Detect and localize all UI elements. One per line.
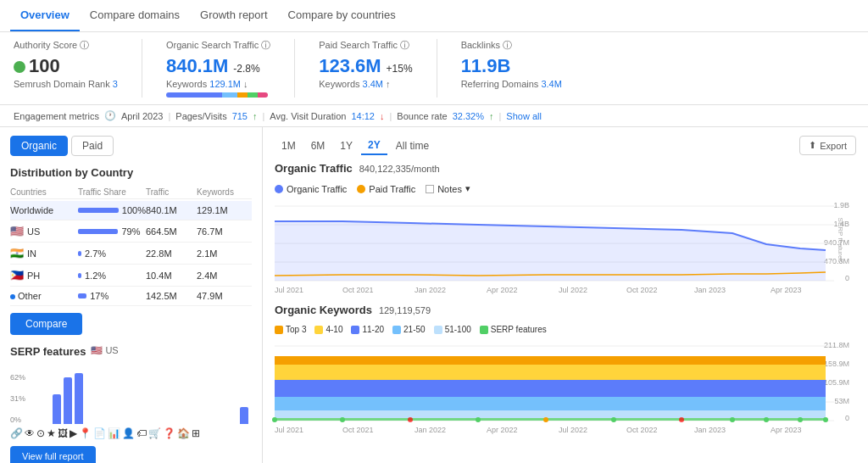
divider-3 bbox=[437, 39, 437, 98]
organic-traffic-block: Organic Search Traffic ⓘ 840.1M -2.8% Ke… bbox=[166, 39, 270, 98]
keywords-legend: Top 3 4-10 11-20 21-50 51-100 bbox=[275, 325, 856, 334]
svg-text:940.7M: 940.7M bbox=[824, 238, 849, 247]
serp-icon-video: ▶ bbox=[70, 427, 77, 439]
serp-icon-home: 🏠 bbox=[177, 427, 190, 439]
country-name: Worldwide bbox=[10, 205, 78, 215]
time-btn-2y[interactable]: 2Y bbox=[361, 137, 387, 155]
table-row[interactable]: 🇺🇸US 79% 664.5M 76.7M bbox=[10, 220, 252, 243]
color-bar bbox=[166, 92, 268, 98]
traffic-value: 840.1M bbox=[146, 205, 197, 215]
time-btn-all-time[interactable]: All time bbox=[389, 137, 436, 155]
paid-traffic-block: Paid Search Traffic ⓘ 123.6M +15% Keywor… bbox=[319, 39, 412, 89]
engagement-bar: Engagement metrics 🕐 April 2023 | Pages/… bbox=[0, 105, 868, 127]
bounce-rate-label: Bounce rate bbox=[397, 111, 447, 121]
time-btn-1m[interactable]: 1M bbox=[275, 137, 303, 155]
svg-point-39 bbox=[476, 417, 481, 422]
kl-51-100: 51-100 bbox=[434, 325, 471, 334]
keywords-value: 129.1M bbox=[197, 205, 248, 215]
traffic-share-pct: 2.7% bbox=[85, 248, 106, 259]
serp-icon-link: 🔗 bbox=[10, 427, 23, 439]
traffic-share-cell: 17% bbox=[78, 291, 146, 301]
show-all-link[interactable]: Show all bbox=[506, 111, 542, 121]
svg-text:Jul 2021: Jul 2021 bbox=[275, 286, 303, 294]
kl-serp: SERP features bbox=[480, 325, 547, 334]
svg-text:Jul 2022: Jul 2022 bbox=[559, 426, 587, 434]
tab-organic[interactable]: Organic bbox=[10, 136, 68, 156]
time-btn-1y[interactable]: 1Y bbox=[333, 137, 359, 155]
legend-notes: Notes ▾ bbox=[426, 183, 470, 194]
serp-y-62: 62% bbox=[10, 373, 25, 382]
export-icon: ⬆ bbox=[809, 140, 816, 151]
mini-bar bbox=[78, 229, 118, 234]
table-row[interactable]: Worldwide 100% 840.1M 129.1M bbox=[10, 201, 252, 220]
table-row[interactable]: 🇮🇳IN 2.7% 22.8M 2.1M bbox=[10, 243, 252, 265]
table-row[interactable]: Other 17% 142.5M 47.9M bbox=[10, 287, 252, 306]
distribution-table: Worldwide 100% 840.1M 129.1M 🇺🇸US 79% 66… bbox=[10, 201, 252, 306]
organic-keywords-title: Organic Keywords bbox=[275, 304, 372, 316]
svg-marker-35 bbox=[275, 356, 826, 365]
nav-compare-countries[interactable]: Compare by countries bbox=[278, 0, 406, 31]
nav-compare-domains[interactable]: Compare domains bbox=[80, 0, 190, 31]
serp-bar bbox=[75, 373, 83, 424]
organic-traffic-chart-container: Organic Traffic 840,122,335/month Organi… bbox=[275, 162, 856, 293]
serp-icon-doc: 📄 bbox=[93, 427, 106, 439]
svg-text:Apr 2022: Apr 2022 bbox=[487, 286, 518, 294]
time-btn-6m[interactable]: 6M bbox=[304, 137, 332, 155]
backlinks-value: 11.9B bbox=[461, 55, 562, 77]
keywords-value: 47.9M bbox=[197, 291, 248, 301]
paid-traffic-keywords: Keywords 3.4M ↑ bbox=[319, 79, 412, 89]
authority-score-sub: Semrush Domain Rank 3 bbox=[14, 79, 118, 89]
svg-text:158.9M: 158.9M bbox=[824, 360, 849, 368]
organic-traffic-label: Organic Search Traffic ⓘ bbox=[166, 39, 270, 52]
serp-icon-chart: 📊 bbox=[108, 427, 120, 439]
organic-keywords-svg: 211.8M 158.9M 105.9M 53M 0 bbox=[275, 337, 851, 431]
svg-text:1.9B: 1.9B bbox=[833, 201, 849, 209]
tab-paid[interactable]: Paid bbox=[71, 136, 114, 156]
authority-score-value: 100 bbox=[14, 55, 118, 77]
compare-button[interactable]: Compare bbox=[10, 313, 82, 335]
serp-icon-shop: 🛒 bbox=[148, 427, 161, 439]
svg-text:53M: 53M bbox=[834, 397, 849, 405]
time-controls: 1M6M1Y2YAll time ⬆ Export bbox=[275, 136, 856, 155]
svg-point-36 bbox=[272, 417, 277, 422]
engagement-date: April 2023 bbox=[121, 111, 164, 121]
traffic-share-pct: 79% bbox=[121, 226, 140, 237]
traffic-share-cell: 100% bbox=[78, 205, 146, 215]
nav-growth-report[interactable]: Growth report bbox=[190, 0, 277, 31]
legend-paid: Paid Traffic bbox=[357, 184, 415, 194]
svg-point-44 bbox=[764, 417, 769, 422]
svg-text:105.9M: 105.9M bbox=[824, 378, 849, 387]
svg-text:0: 0 bbox=[845, 274, 849, 282]
traffic-value: 142.5M bbox=[146, 291, 197, 301]
paid-traffic-change: +15% bbox=[387, 63, 413, 75]
traffic-share-cell: 1.2% bbox=[78, 271, 146, 281]
green-dot-icon bbox=[14, 61, 25, 73]
svg-text:Jan 2022: Jan 2022 bbox=[415, 426, 446, 434]
traffic-share-cell: 79% bbox=[78, 226, 146, 237]
legend-organic-dot bbox=[275, 185, 283, 193]
nav-overview[interactable]: Overview bbox=[10, 0, 80, 31]
view-full-report-button[interactable]: View full report bbox=[10, 446, 96, 463]
country-name: 🇵🇭PH bbox=[10, 269, 78, 282]
pages-visits-label: Pages/Visits bbox=[175, 111, 226, 121]
svg-text:Apr 2022: Apr 2022 bbox=[487, 426, 518, 434]
serp-bar bbox=[64, 377, 72, 424]
traffic-share-pct: 100% bbox=[122, 205, 146, 215]
organic-traffic-keywords: Keywords 129.1M ↓ bbox=[166, 79, 270, 89]
col-traffic-share: Traffic Share bbox=[78, 187, 146, 197]
legend-organic: Organic Traffic bbox=[275, 184, 347, 194]
svg-point-40 bbox=[543, 417, 548, 422]
table-row[interactable]: 🇵🇭PH 1.2% 10.4M 2.4M bbox=[10, 265, 252, 287]
svg-text:Oct 2022: Oct 2022 bbox=[626, 426, 658, 434]
top-navigation: Overview Compare domains Growth report C… bbox=[0, 0, 868, 32]
backlinks-label: Backlinks ⓘ bbox=[461, 39, 562, 52]
distribution-table-header: Countries Traffic Share Traffic Keywords bbox=[10, 186, 252, 199]
svg-text:SERP features: SERP features bbox=[837, 218, 844, 263]
svg-point-38 bbox=[408, 417, 413, 422]
calendar-icon: 🕐 bbox=[104, 110, 116, 121]
svg-marker-10 bbox=[275, 221, 826, 281]
serp-icon-tag: 🏷 bbox=[136, 427, 147, 439]
export-button[interactable]: ⬆ Export bbox=[799, 136, 856, 155]
traffic-share-cell: 2.7% bbox=[78, 248, 146, 259]
distribution-title: Distribution by Country bbox=[10, 166, 252, 179]
